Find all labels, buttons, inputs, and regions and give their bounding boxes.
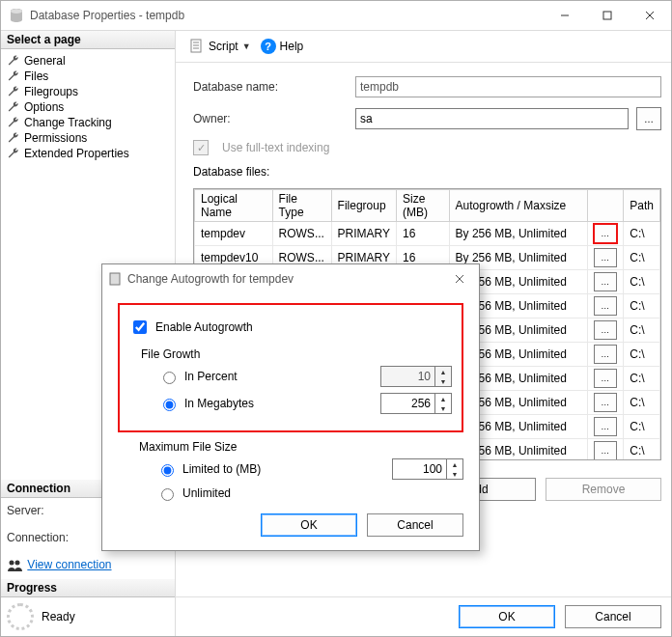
limited-to-value[interactable]	[393, 459, 446, 479]
spin-up-icon[interactable]: ▲	[435, 394, 451, 403]
spin-down-icon[interactable]: ▼	[447, 469, 462, 479]
view-connection-link[interactable]: View connection	[27, 558, 111, 571]
close-button[interactable]	[629, 1, 671, 30]
path-cell[interactable]: C:\	[624, 343, 660, 367]
autogrowth-browse-button[interactable]: …	[594, 320, 617, 340]
autogrowth-browse-button[interactable]: …	[594, 272, 617, 291]
dialog-title: Change Autogrowth for tempdev	[127, 272, 446, 286]
spin-down-icon[interactable]: ▼	[435, 403, 451, 413]
autogrowth-browse-button[interactable]: …	[594, 393, 617, 412]
script-button[interactable]: Script ▼	[185, 37, 255, 56]
in-percent-label: In Percent	[184, 370, 380, 383]
people-icon	[7, 558, 22, 573]
ok-button[interactable]: OK	[459, 605, 555, 628]
enable-autogrowth-row: Enable Autogrowth	[129, 315, 452, 340]
limited-to-radio[interactable]	[161, 464, 174, 477]
remove-button: Remove	[546, 478, 661, 501]
db-name-label: Database name:	[193, 80, 348, 94]
path-cell[interactable]: C:\	[624, 318, 660, 343]
table-cell[interactable]: 16	[397, 222, 450, 246]
column-header[interactable]: Logical Name	[195, 190, 273, 222]
script-icon	[189, 39, 205, 54]
path-cell[interactable]: C:\	[624, 270, 660, 294]
in-mb-radio[interactable]	[163, 399, 176, 411]
sidebar-item-filegroups[interactable]: Filegroups	[1, 84, 175, 99]
owner-input[interactable]	[355, 108, 629, 129]
wrench-icon	[7, 116, 20, 129]
dialog-body: Enable Autogrowth File Growth In Percent…	[102, 293, 479, 550]
files-label: Database files:	[193, 165, 661, 179]
column-header[interactable]: Size (MB)	[397, 190, 450, 222]
column-header[interactable]: File Type	[272, 190, 331, 222]
wrench-icon	[7, 85, 20, 98]
path-cell[interactable]: C:\	[624, 294, 660, 318]
sidebar-item-extended-properties[interactable]: Extended Properties	[1, 146, 175, 161]
sidebar-item-general[interactable]: General	[1, 53, 175, 69]
in-percent-radio[interactable]	[163, 372, 176, 384]
in-percent-row: In Percent ▲▼	[158, 363, 452, 390]
path-cell[interactable]: C:\	[624, 391, 660, 415]
sidebar-item-permissions[interactable]: Permissions	[1, 130, 175, 146]
close-icon	[455, 274, 464, 284]
sidebar-item-label: General	[24, 54, 66, 68]
wrench-icon	[7, 100, 20, 114]
in-mb-spinner[interactable]: ▲▼	[380, 393, 452, 414]
unlimited-radio[interactable]	[161, 488, 174, 501]
autogrowth-browse-button[interactable]: …	[594, 369, 617, 388]
autogrowth-dialog: Change Autogrowth for tempdev Enable Aut…	[101, 263, 480, 551]
in-mb-label: In Megabytes	[184, 397, 380, 410]
sidebar-item-files[interactable]: Files	[1, 69, 175, 84]
sidebar-item-label: Options	[24, 100, 64, 114]
maximize-button[interactable]	[586, 1, 629, 30]
minimize-button[interactable]	[544, 1, 586, 30]
table-cell[interactable]: PRIMARY	[331, 222, 396, 246]
path-cell[interactable]: C:\	[624, 415, 660, 439]
autogrowth-browse-button[interactable]: …	[594, 441, 617, 460]
path-cell[interactable]: C:\	[624, 367, 660, 391]
table-cell[interactable]: tempdev	[195, 222, 273, 246]
owner-browse-button[interactable]: …	[636, 107, 661, 130]
sidebar-item-options[interactable]: Options	[1, 99, 175, 115]
column-header[interactable]: Path	[624, 190, 660, 222]
dialog-close-button[interactable]	[446, 265, 473, 292]
column-header[interactable]	[588, 190, 624, 222]
column-header[interactable]: Filegroup	[331, 190, 396, 222]
enable-autogrowth-label: Enable Autogrowth	[155, 320, 253, 334]
sidebar-item-change-tracking[interactable]: Change Tracking	[1, 115, 175, 130]
path-cell[interactable]: C:\	[624, 222, 660, 246]
wrench-icon	[7, 69, 20, 83]
cancel-button[interactable]: Cancel	[565, 605, 661, 628]
toolbar: Script ▼ ? Help	[176, 31, 671, 63]
path-cell[interactable]: C:\	[624, 246, 660, 270]
enable-autogrowth-checkbox[interactable]	[133, 320, 147, 334]
table-row[interactable]: tempdevROWS...PRIMARY16By 256 MB, Unlimi…	[195, 222, 660, 246]
autogrowth-browse-button[interactable]: …	[594, 345, 617, 364]
sidebar-item-label: Extended Properties	[24, 147, 129, 160]
unlimited-label: Unlimited	[182, 486, 231, 500]
in-mb-value[interactable]	[381, 394, 434, 413]
dialog-ok-button[interactable]: OK	[261, 513, 357, 537]
max-file-size-label: Maximum File Size	[139, 440, 463, 454]
autogrowth-cell: …	[588, 222, 624, 246]
table-cell[interactable]: By 256 MB, Unlimited	[449, 222, 588, 246]
fulltext-label: Use full-text indexing	[222, 141, 329, 154]
column-header[interactable]: Autogrowth / Maxsize	[449, 190, 588, 222]
titlebar: Database Properties - tempdb	[1, 1, 671, 30]
help-button[interactable]: ? Help	[261, 39, 304, 54]
chevron-down-icon: ▼	[242, 42, 251, 51]
autogrowth-browse-button[interactable]: …	[594, 296, 617, 316]
autogrowth-browse-button[interactable]: …	[594, 417, 617, 436]
path-cell[interactable]: C:\	[624, 439, 660, 461]
dialog-cancel-button[interactable]: Cancel	[367, 513, 463, 537]
table-cell[interactable]: ROWS...	[272, 222, 331, 246]
in-mb-row: In Megabytes ▲▼	[158, 390, 452, 417]
spin-up-icon[interactable]: ▲	[447, 459, 462, 469]
help-icon: ?	[261, 39, 276, 54]
autogrowth-cell: …	[588, 439, 624, 461]
autogrowth-browse-button[interactable]: …	[594, 224, 617, 243]
limited-to-row: Limited to (MB) ▲▼	[156, 456, 463, 483]
window-title: Database Properties - tempdb	[30, 9, 544, 22]
limited-to-spinner[interactable]: ▲▼	[392, 458, 463, 480]
autogrowth-cell: …	[588, 318, 624, 343]
autogrowth-browse-button[interactable]: …	[594, 248, 617, 267]
